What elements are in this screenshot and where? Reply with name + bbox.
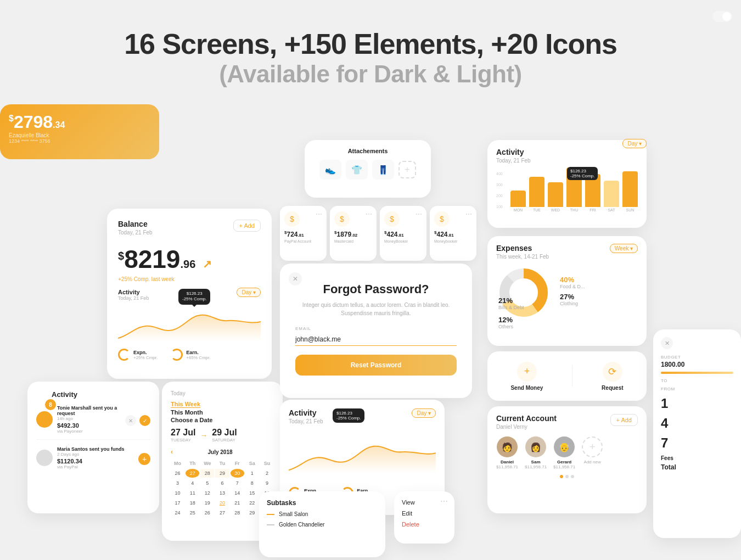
transfer-close-button[interactable]: ✕ (661, 337, 673, 349)
pay-dots-4[interactable]: ⋯ (465, 210, 472, 218)
activity-notif-card: 8 Activity Tonie Marshall sent you a req… (27, 382, 159, 513)
notif-ok-btn[interactable]: ✓ (139, 415, 150, 426)
cal-day[interactable]: 2 (260, 469, 274, 478)
cal-day[interactable]: 28 (200, 469, 214, 478)
current-add-button[interactable]: + Add (610, 414, 638, 426)
bar-tue: TUE (529, 177, 544, 212)
pay-icon-1: $ (284, 211, 300, 227)
cal-day[interactable]: 3 (171, 479, 184, 488)
pay-icon-3: $ (384, 211, 400, 227)
activity-bar-day-button[interactable]: Day ▾ (622, 139, 647, 148)
cal-day[interactable]: 10 (171, 489, 184, 497)
notif-plus-btn[interactable]: + (138, 453, 150, 465)
cal-day[interactable]: 26 (171, 469, 184, 478)
notif-badge: 8 (45, 399, 56, 410)
send-money-item[interactable]: + Send Money (510, 362, 543, 391)
balance-day-button[interactable]: Day ▾ (237, 288, 261, 297)
cal-day[interactable]: 29 (245, 508, 259, 517)
notif-cancel-btn[interactable]: ✕ (125, 415, 136, 426)
subtask-line-2 (267, 524, 274, 525)
balance-title: Balance (118, 220, 153, 228)
cal-day[interactable]: 14 (231, 489, 244, 497)
activity-small-day-button[interactable]: Day ▾ (412, 408, 436, 418)
honey-toggle[interactable] (712, 11, 732, 22)
cal-day[interactable]: 26 (200, 508, 214, 517)
activity-small-wave-chart (289, 435, 436, 479)
cal-day[interactable]: 30 (231, 469, 244, 478)
cal-day[interactable]: 1 (245, 469, 259, 478)
person-add-new[interactable]: + Add new (582, 436, 603, 469)
balance-earn-stat: Earn. +65% Cmpr. (171, 349, 210, 361)
payment-card-3: $ ⋯ $424.81 MoneyBooker (380, 206, 426, 261)
pay-name-2: Mastercard (334, 239, 372, 243)
attach-items: 👟 👕 👖 + (312, 160, 423, 180)
calendar-header: ‹ July 2018 (171, 448, 274, 456)
cal-day[interactable]: 9 (260, 479, 274, 488)
transfer-number-2: 4 (661, 416, 733, 431)
add-new-button[interactable]: + (582, 436, 603, 457)
cal-day[interactable]: 29 (215, 469, 229, 478)
cal-day[interactable]: 8 (245, 479, 259, 488)
cal-day[interactable]: 4 (186, 479, 199, 488)
ctx-edit[interactable]: Edit (402, 508, 447, 519)
cal-day[interactable]: 24 (171, 508, 184, 517)
attach-title: Attachements (312, 148, 423, 154)
attach-add-button[interactable]: + (398, 161, 416, 178)
cal-day[interactable]: 20 (215, 499, 229, 507)
this-month-option[interactable]: This Month (171, 409, 274, 416)
forgot-email-label: EMAIL (295, 326, 457, 331)
cal-day[interactable]: 11 (186, 489, 199, 497)
cal-prev-button[interactable]: ‹ (171, 448, 173, 456)
cal-day[interactable]: 27 (215, 508, 229, 517)
cal-day[interactable]: 25 (186, 508, 199, 517)
cal-day[interactable]: 6 (215, 479, 229, 488)
cal-day[interactable]: 17 (171, 499, 184, 507)
attachments-card: Attachements 👟 👕 👖 + (305, 140, 431, 198)
avatar-sam: 👩 (525, 436, 546, 457)
balance-arrow: ↗ (203, 258, 212, 270)
expenses-bills-others: 21% Bills & Debt 12% Others (498, 296, 524, 329)
balance-wave-chart (118, 311, 261, 341)
pay-dots-2[interactable]: ⋯ (366, 210, 372, 218)
this-week-option[interactable]: This Week (171, 401, 200, 408)
request-item[interactable]: ⟳ Request (602, 362, 623, 391)
bar-mon: MON (510, 191, 526, 212)
balance-cents: .96 (180, 258, 195, 270)
total-label: Total (661, 463, 733, 471)
cal-day[interactable]: 28 (231, 508, 244, 517)
cal-day[interactable]: 27 (186, 469, 199, 478)
context-dots[interactable]: ⋯ (440, 497, 448, 506)
cal-day[interactable]: 12 (200, 489, 214, 497)
pay-amount-4: $424.81 (434, 230, 472, 238)
page-header: 16 Screens, +150 Elements, +20 Icons (Av… (0, 0, 741, 104)
payment-card-2: $ ⋯ $1879.02 Mastercard (330, 206, 377, 261)
to-label: To (661, 378, 733, 383)
cal-day[interactable]: 22 (245, 499, 259, 507)
balance-add-button[interactable]: + Add (233, 220, 261, 232)
forgot-email-input[interactable] (295, 333, 457, 346)
ctx-delete[interactable]: Delete (402, 519, 447, 530)
pay-dots-1[interactable]: ⋯ (316, 210, 322, 218)
activity-small-tooltip-amount: $126.23 (336, 411, 361, 416)
activity-bar-tooltip: $126.23 -25% Comp. (567, 167, 598, 180)
choose-date-option[interactable]: Choose a Date (171, 417, 274, 423)
payment-card-4: $ ⋯ $424.81 Moneybooker (430, 206, 476, 261)
pay-name-4: Moneybooker (434, 239, 472, 243)
calendar-grid: Mo Th We Tu Fr Sa Su 26 27 28 29 30 1 2 … (171, 459, 274, 517)
cal-day[interactable]: 5 (200, 479, 214, 488)
cal-day[interactable]: 15 (245, 489, 259, 497)
pay-dots-3[interactable]: ⋯ (416, 210, 422, 218)
cal-day[interactable]: 18 (186, 499, 199, 507)
balance-subtitle: Today, 21 Feb (118, 229, 153, 236)
cal-day[interactable]: 7 (231, 479, 244, 488)
expenses-legend: 40% Food & D... 27% Clothing (560, 276, 638, 310)
attach-shoes: 👟 (319, 160, 341, 180)
forgot-close-button[interactable]: ✕ (289, 272, 302, 285)
expenses-week-button[interactable]: Week ▾ (610, 244, 638, 253)
cal-day[interactable]: 13 (215, 489, 229, 497)
reset-password-button[interactable]: Reset Password (295, 355, 457, 376)
cal-day[interactable]: 21 (231, 499, 244, 507)
cal-day[interactable]: 19 (200, 499, 214, 507)
avatar-daniel: 🧑 (497, 436, 518, 457)
legend-food: 40% Food & D... (560, 276, 638, 289)
